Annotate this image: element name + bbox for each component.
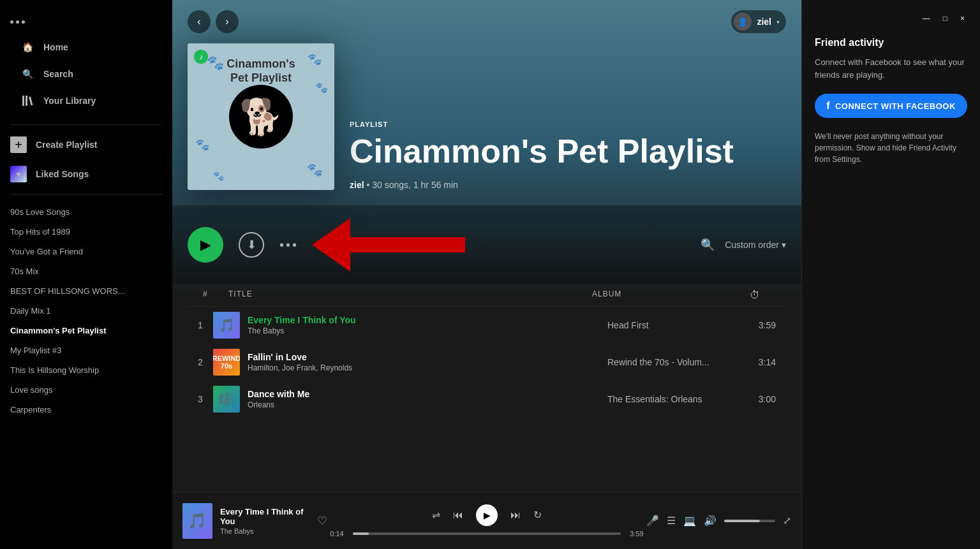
previous-button[interactable]: ⏮ [453,509,463,521]
playlist-item-daily-mix[interactable]: Daily Mix 1 [0,301,172,321]
track-duration: 3:59 [735,320,786,330]
user-menu[interactable]: 👤 ziel ▾ [731,10,786,33]
custom-order-label: Custom order [725,240,779,250]
track-artist: The Babys [248,326,356,335]
now-playing-artist: The Babys [220,527,304,535]
minimize-button[interactable]: — [920,13,933,24]
track-title: Dance with Me [248,389,309,399]
plus-icon: + [10,136,27,153]
playlist-item-70s[interactable]: 70s Mix [0,261,172,281]
svg-rect-0 [22,96,24,106]
content-area: ‹ › 👤 ziel ▾ ♪ 🐾 🐾 🐾 [172,0,801,549]
search-icon: 🔍 [20,67,34,81]
player-controls: ⇌ ⏮ ▶ ⏭ ↻ [432,504,542,526]
back-button[interactable]: ‹ [188,10,211,33]
nav-home[interactable]: 🏠 Home [10,34,162,61]
friend-activity-note: We'll never post anything without your p… [815,131,967,165]
custom-order-button[interactable]: Custom order ▾ [725,240,786,250]
track-details: Fallin' in Love Hamilton, Joe Frank, Rey… [248,352,352,372]
play-pause-button[interactable]: ▶ [476,504,498,526]
lyrics-button[interactable]: 🎤 [646,515,659,527]
download-button[interactable]: ⬇ [239,232,264,258]
download-icon: ⬇ [247,238,256,252]
volume-button[interactable]: 🔊 [704,515,716,527]
create-playlist-btn[interactable]: + Create Playlist [0,130,172,159]
playlist-item-this-is-hillsong[interactable]: This Is Hillsong Worship [0,360,172,380]
col-title: TITLE [228,289,592,301]
friend-activity-title: Friend activity [815,37,967,48]
close-button[interactable]: × [958,13,967,24]
player-center: ⇌ ⏮ ▶ ⏭ ↻ 0:14 3:59 [327,504,646,538]
order-chevron-icon: ▾ [782,240,786,250]
liked-songs-btn[interactable]: ♥ Liked Songs [0,159,172,189]
restore-button[interactable]: □ [940,13,950,24]
playlist-item-carpenters[interactable]: Carpenters [0,400,172,420]
liked-songs-label: Liked Songs [36,169,89,179]
track-duration: 3:00 [735,394,786,404]
cover-title: Cinammon'sPet Playlist [226,57,295,85]
nav-search[interactable]: 🔍 Search [10,61,162,87]
spotify-logo: ♪ [194,50,208,64]
now-playing-title: Every Time I Think of You [220,507,304,526]
current-time: 0:14 [327,530,346,538]
track-info: 🎼 Dance with Me Orleans [213,386,607,413]
track-num: 2 [188,357,213,367]
track-artist: Hamilton, Joe Frank, Reynolds [248,363,352,372]
playlist-item-youve-got[interactable]: You've Got a Friend [0,242,172,261]
track-album: Rewind the 70s - Volum... [607,357,735,367]
topbar: ‹ › 👤 ziel ▾ [172,0,801,43]
playlist-info: PLAYLIST Cinammon's Pet Playlist ziel • … [350,121,786,190]
sidebar-divider-1 [10,124,162,125]
volume-bar[interactable] [724,520,775,522]
track-title: Every Time I Think of You [248,315,356,325]
user-name: ziel [757,17,771,27]
track-list: 1 🎵 Every Time I Think of You The Babys … [172,307,801,418]
menu-dots [10,15,162,34]
fullscreen-button[interactable]: ⤢ [783,515,791,527]
repeat-button[interactable]: ↻ [533,509,542,521]
queue-button[interactable]: ☰ [667,515,676,527]
now-playing: 🎵 Every Time I Think of You The Babys ♡ [182,503,327,539]
like-button[interactable]: ♡ [317,514,327,528]
shuffle-button[interactable]: ⇌ [432,509,440,521]
controls-right: 🔍 Custom order ▾ [701,238,786,252]
table-row[interactable]: 2 REWIND70s Fallin' in Love Hamilton, Jo… [188,344,786,381]
playlist-item-cinammon[interactable]: Cinammon's Pet Playlist [0,321,172,340]
playlist-controls: ▶ ⬇ ••• 🔍 Custom order ▾ [172,205,801,284]
more-options-button[interactable]: ••• [279,238,297,253]
playlist-cover: ♪ 🐾 🐾 🐾 🐾 🐾 🐾 Cinammon'sPet Playlist 🐕 [188,43,334,190]
forward-button[interactable]: › [216,10,239,33]
play-button[interactable]: ▶ [188,227,223,263]
next-button[interactable]: ⏭ [510,509,521,521]
track-info: REWIND70s Fallin' in Love Hamilton, Joe … [213,349,607,376]
playlist-item-90s-love[interactable]: 90s Love Songs [0,202,172,222]
track-thumbnail: REWIND70s [213,349,240,376]
table-row[interactable]: 3 🎼 Dance with Me Orleans The Essentials… [188,381,786,418]
col-album: ALBUM [592,289,720,301]
track-info: 🎵 Every Time I Think of You The Babys [213,312,607,339]
sidebar: 🏠 Home 🔍 Search Your Library [0,0,172,549]
playlist-item-love-songs[interactable]: Love songs [0,380,172,400]
playlist-item-hillsong[interactable]: BEST OF HILLSONG WORS... [0,281,172,301]
playlist-title: Cinammon's Pet Playlist [350,133,786,170]
connect-facebook-label: CONNECT WITH FACEBOOK [835,101,956,111]
playlist-item-top-hits[interactable]: Top Hits of 1989 [0,222,172,242]
avatar: 👤 [734,13,752,31]
nav-library[interactable]: Your Library [10,87,162,114]
col-duration: ⏱ [720,289,771,301]
track-search-button[interactable]: 🔍 [701,238,715,252]
track-thumbnail: 🎼 [213,386,240,413]
cover-art: ♪ 🐾 🐾 🐾 🐾 🐾 🐾 Cinammon'sPet Playlist 🐕 [188,43,334,190]
playlist-owner: ziel [350,180,364,190]
svg-rect-2 [29,96,33,105]
now-playing-thumbnail: 🎵 [182,503,212,539]
connect-facebook-button[interactable]: f CONNECT WITH FACEBOOK [815,94,967,118]
progress-bar[interactable] [353,532,621,535]
sidebar-divider-2 [10,194,162,194]
devices-button[interactable]: 💻 [683,515,696,527]
create-playlist-label: Create Playlist [36,140,98,150]
table-row[interactable]: 1 🎵 Every Time I Think of You The Babys … [188,307,786,344]
track-thumbnail: 🎵 [213,312,240,339]
now-playing-info: Every Time I Think of You The Babys [220,507,304,535]
playlist-item-my-playlist[interactable]: My Playlist #3 [0,340,172,360]
